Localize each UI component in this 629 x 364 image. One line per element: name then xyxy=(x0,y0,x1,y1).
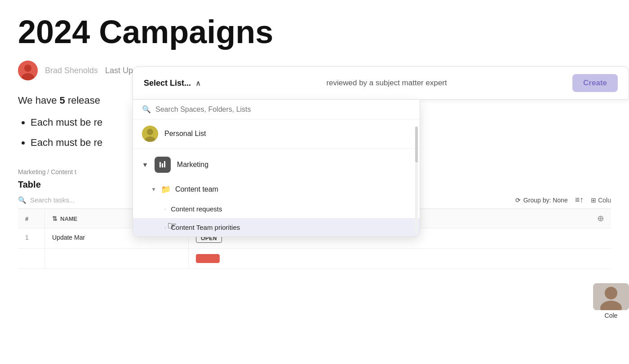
chevron-up-icon: ∧ xyxy=(195,79,201,88)
svg-point-1 xyxy=(24,65,31,72)
search-placeholder: Search tasks... xyxy=(30,196,75,204)
status-badge-red xyxy=(196,254,220,263)
content-priorities-label: Content Team priorities xyxy=(171,224,240,231)
row1-num: 1 xyxy=(18,228,45,248)
content-team-folder[interactable]: ▼ 📁 Content team xyxy=(133,179,420,200)
dropdown-overlay: Select List... ∧ reviewed by a subject m… xyxy=(133,66,629,237)
dropdown-search-row: 🔍 xyxy=(133,100,420,119)
cole-avatar xyxy=(593,283,629,310)
select-list-button[interactable]: Select List... ∧ xyxy=(144,79,201,88)
dropdown-header: Select List... ∧ reviewed by a subject m… xyxy=(133,66,629,100)
content-requests-item[interactable]: ◦ Content requests xyxy=(133,200,420,218)
svg-point-7 xyxy=(147,129,153,135)
author-name: Brad Shenolds xyxy=(45,66,98,75)
row2-num xyxy=(18,249,45,268)
marketing-item[interactable]: ▼ Marketing xyxy=(133,150,420,179)
personal-list-label: Personal List xyxy=(164,130,206,138)
scrollbar-track[interactable] xyxy=(415,127,418,235)
row2-status xyxy=(189,249,611,268)
search-icon: 🔍 xyxy=(18,196,27,204)
content-team-chevron: ▼ xyxy=(151,186,156,193)
svg-point-4 xyxy=(605,287,617,299)
content-requests-label: Content requests xyxy=(171,205,222,213)
dropdown-search-input[interactable] xyxy=(155,105,411,114)
svg-rect-11 xyxy=(164,161,165,167)
cole-name: Cole xyxy=(605,312,618,319)
dropdown-list: 🔍 Personal List ▼ xyxy=(133,100,420,237)
col-header-num: # xyxy=(18,209,45,228)
chevron-down-icon: ▼ xyxy=(142,161,148,168)
folder-icon: 📁 xyxy=(161,184,171,194)
personal-list-item[interactable]: Personal List xyxy=(133,119,420,148)
list-bullet-icon-2: ◦ xyxy=(164,224,166,231)
marketing-icon xyxy=(155,157,171,173)
cursor-hand: ☞ xyxy=(167,219,177,232)
marketing-label: Marketing xyxy=(177,161,208,169)
row2-name xyxy=(45,249,189,268)
svg-rect-10 xyxy=(162,163,163,167)
dropdown-search-icon: 🔍 xyxy=(142,105,151,114)
content-team-label: Content team xyxy=(175,185,218,193)
list-bullet-icon: ◦ xyxy=(164,206,166,212)
select-list-label: Select List... xyxy=(144,79,191,88)
page-title: 2024 Campaigns xyxy=(18,14,611,50)
svg-rect-9 xyxy=(159,162,161,167)
scrollbar-thumb[interactable] xyxy=(415,127,418,162)
search-box[interactable]: 🔍 Search tasks... xyxy=(18,196,75,204)
table-row-2 xyxy=(18,249,611,269)
reviewed-text: reviewed by a subject matter expert xyxy=(201,79,572,88)
personal-list-avatar xyxy=(142,126,158,142)
create-button[interactable]: Create xyxy=(572,74,618,92)
author-avatar xyxy=(18,61,38,80)
